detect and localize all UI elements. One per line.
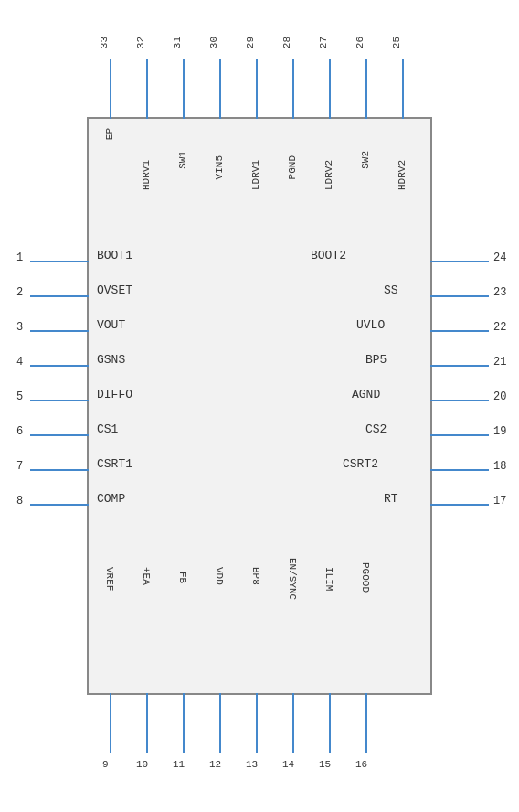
pin-num-30: 30 <box>208 37 219 48</box>
left-pin-3 <box>30 330 89 332</box>
top-label-pgnd: PGND <box>287 155 298 179</box>
left-pin-1 <box>30 261 89 262</box>
pin-num-8: 8 <box>16 495 23 508</box>
top-label-ep: EP <box>104 128 115 140</box>
top-pin-26 <box>365 59 367 119</box>
top-label-vin5: VIN5 <box>214 155 225 179</box>
top-label-ldrv2: LDRV2 <box>323 160 334 190</box>
right-pin-24 <box>430 261 489 262</box>
pin-num-27: 27 <box>318 37 329 48</box>
left-label-vout: VOUT <box>97 318 125 332</box>
left-pin-8 <box>30 504 89 506</box>
top-label-sw1: SW1 <box>177 151 188 169</box>
bottom-label-bp8: BP8 <box>250 567 261 585</box>
left-pin-7 <box>30 469 89 471</box>
bottom-pin-16 <box>365 693 367 753</box>
top-pin-25 <box>402 59 404 119</box>
pin-num-9: 9 <box>102 759 109 770</box>
left-label-boot1: BOOT1 <box>97 249 132 262</box>
top-label-ldrv1: LDRV1 <box>250 160 261 190</box>
pin-num-21: 21 <box>493 356 506 369</box>
bottom-pin-11 <box>183 693 185 753</box>
bottom-pin-14 <box>292 693 294 753</box>
left-label-gsns: GSNS <box>97 353 125 367</box>
bottom-label-ea: +EA <box>141 567 152 585</box>
pin-num-29: 29 <box>245 37 256 48</box>
pin-num-12: 12 <box>209 759 221 770</box>
left-pin-4 <box>30 365 89 367</box>
pin-num-2: 2 <box>16 286 23 299</box>
left-pin-6 <box>30 434 89 436</box>
pin-num-20: 20 <box>493 390 506 403</box>
pin-num-18: 18 <box>493 460 506 473</box>
pin-num-16: 16 <box>355 759 367 770</box>
top-pin-30 <box>219 59 221 119</box>
pin-num-24: 24 <box>493 251 506 264</box>
right-pin-19 <box>430 434 489 436</box>
right-pin-23 <box>430 295 489 297</box>
bottom-pin-12 <box>219 693 221 753</box>
bottom-label-vdd: VDD <box>214 567 225 585</box>
pin-num-19: 19 <box>493 425 506 438</box>
right-label-rt: RT <box>384 492 398 506</box>
pin-num-6: 6 <box>16 425 23 438</box>
pin-num-15: 15 <box>319 759 331 770</box>
right-label-boot2: BOOT2 <box>311 249 346 262</box>
top-pin-31 <box>183 59 185 119</box>
left-label-ovset: OVSET <box>97 283 132 297</box>
chip-body <box>87 117 432 695</box>
pin-num-25: 25 <box>391 37 402 48</box>
pin-num-33: 33 <box>99 37 110 48</box>
right-pin-22 <box>430 330 489 332</box>
bottom-label-pgood: PGOOD <box>360 562 371 593</box>
pin-num-1: 1 <box>16 251 23 264</box>
top-label-hdrv2: HDRV2 <box>397 160 408 190</box>
left-label-cs1: CS1 <box>97 422 118 436</box>
pin-num-14: 14 <box>282 759 294 770</box>
top-pin-32 <box>146 59 148 119</box>
pin-num-22: 22 <box>493 321 506 334</box>
pin-num-3: 3 <box>16 321 23 334</box>
right-label-bp5: BP5 <box>365 353 387 367</box>
pin-num-10: 10 <box>136 759 148 770</box>
pin-num-7: 7 <box>16 460 23 473</box>
left-pin-5 <box>30 400 89 401</box>
pin-num-5: 5 <box>16 390 23 403</box>
right-label-cs2: CS2 <box>365 422 387 436</box>
pin-num-26: 26 <box>355 37 365 48</box>
bottom-label-fb: FB <box>177 572 188 583</box>
top-label-hdrv1: HDRV1 <box>141 160 152 190</box>
right-label-uvlo: UVLO <box>356 318 385 332</box>
top-pin-33 <box>110 59 111 119</box>
right-label-ss: SS <box>384 283 398 297</box>
top-pin-28 <box>292 59 294 119</box>
right-pin-18 <box>430 469 489 471</box>
bottom-pin-9 <box>110 693 111 753</box>
right-label-csrt2: CSRT2 <box>343 457 378 471</box>
pin-num-13: 13 <box>246 759 258 770</box>
bottom-pin-13 <box>256 693 258 753</box>
left-pin-2 <box>30 295 89 297</box>
pin-num-11: 11 <box>173 759 185 770</box>
top-label-sw2: SW2 <box>360 151 371 169</box>
right-pin-21 <box>430 365 489 367</box>
left-label-csrt1: CSRT1 <box>97 457 132 471</box>
top-pin-29 <box>256 59 258 119</box>
bottom-pin-10 <box>146 693 148 753</box>
top-pin-27 <box>329 59 331 119</box>
bottom-label-ilim: ILIM <box>323 567 334 591</box>
pin-num-4: 4 <box>16 356 23 369</box>
left-label-diffo: DIFFO <box>97 388 132 401</box>
pin-num-31: 31 <box>172 37 183 48</box>
right-pin-17 <box>430 504 489 506</box>
right-pin-20 <box>430 400 489 401</box>
left-label-comp: COMP <box>97 492 125 506</box>
pin-num-17: 17 <box>493 495 506 508</box>
bottom-pin-15 <box>329 693 331 753</box>
pin-num-32: 32 <box>135 37 146 48</box>
bottom-label-ensync: EN/SYNC <box>287 558 298 600</box>
pin-num-23: 23 <box>493 286 506 299</box>
right-label-agnd: AGND <box>352 388 380 401</box>
pin-num-28: 28 <box>281 37 292 48</box>
bottom-label-vref: VREF <box>104 567 115 591</box>
